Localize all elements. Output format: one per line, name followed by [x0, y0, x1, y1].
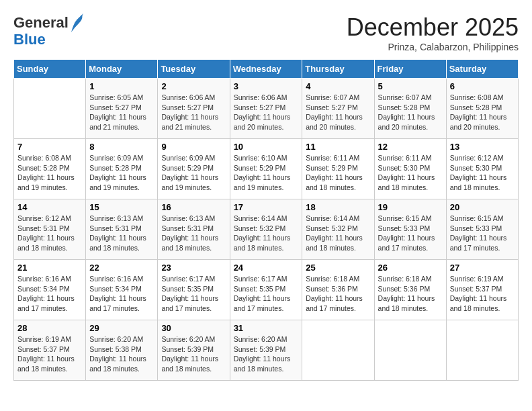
day-number: 14 — [17, 202, 82, 212]
day-info: Sunrise: 6:18 AM Sunset: 5:36 PM Dayligh… — [378, 274, 443, 314]
calendar-cell: 18Sunrise: 6:14 AM Sunset: 5:32 PM Dayli… — [302, 199, 374, 260]
day-number: 21 — [17, 263, 82, 273]
day-number: 22 — [89, 263, 154, 273]
week-row-4: 21Sunrise: 6:16 AM Sunset: 5:34 PM Dayli… — [14, 260, 519, 320]
calendar-cell: 14Sunrise: 6:12 AM Sunset: 5:31 PM Dayli… — [14, 199, 86, 260]
logo-text: General — [13, 15, 69, 30]
column-header-saturday: Saturday — [446, 60, 518, 79]
week-row-2: 7Sunrise: 6:08 AM Sunset: 5:28 PM Daylig… — [14, 139, 519, 199]
calendar-cell: 27Sunrise: 6:19 AM Sunset: 5:37 PM Dayli… — [446, 260, 518, 320]
calendar-cell: 24Sunrise: 6:17 AM Sunset: 5:35 PM Dayli… — [230, 260, 302, 320]
calendar-cell: 17Sunrise: 6:14 AM Sunset: 5:32 PM Dayli… — [230, 199, 302, 260]
calendar-cell: 13Sunrise: 6:12 AM Sunset: 5:30 PM Dayli… — [446, 139, 518, 199]
day-info: Sunrise: 6:12 AM Sunset: 5:31 PM Dayligh… — [17, 214, 82, 253]
week-row-5: 28Sunrise: 6:19 AM Sunset: 5:37 PM Dayli… — [14, 320, 519, 381]
day-info: Sunrise: 6:19 AM Sunset: 5:37 PM Dayligh… — [450, 274, 515, 314]
day-number: 19 — [378, 202, 443, 212]
calendar-cell: 5Sunrise: 6:07 AM Sunset: 5:28 PM Daylig… — [374, 79, 446, 139]
calendar-cell: 1Sunrise: 6:05 AM Sunset: 5:27 PM Daylig… — [86, 79, 158, 139]
day-info: Sunrise: 6:16 AM Sunset: 5:34 PM Dayligh… — [17, 274, 82, 314]
calendar-cell: 7Sunrise: 6:08 AM Sunset: 5:28 PM Daylig… — [14, 139, 86, 199]
day-number: 20 — [450, 202, 515, 212]
calendar-cell: 20Sunrise: 6:15 AM Sunset: 5:33 PM Dayli… — [446, 199, 518, 260]
day-info: Sunrise: 6:14 AM Sunset: 5:32 PM Dayligh… — [234, 214, 299, 253]
day-info: Sunrise: 6:05 AM Sunset: 5:27 PM Dayligh… — [89, 93, 154, 132]
day-info: Sunrise: 6:18 AM Sunset: 5:36 PM Dayligh… — [306, 274, 370, 314]
day-number: 12 — [378, 142, 443, 152]
day-info: Sunrise: 6:15 AM Sunset: 5:33 PM Dayligh… — [450, 214, 515, 253]
logo: General Blue — [13, 13, 83, 47]
calendar-cell: 25Sunrise: 6:18 AM Sunset: 5:36 PM Dayli… — [302, 260, 374, 320]
column-header-sunday: Sunday — [14, 60, 86, 79]
calendar-cell — [446, 320, 518, 381]
day-number: 18 — [306, 202, 370, 212]
day-number: 11 — [306, 142, 370, 152]
day-info: Sunrise: 6:08 AM Sunset: 5:28 PM Dayligh… — [450, 93, 515, 132]
logo-general: General — [13, 14, 69, 31]
day-number: 10 — [234, 142, 299, 152]
day-number: 8 — [89, 142, 154, 152]
day-info: Sunrise: 6:19 AM Sunset: 5:37 PM Dayligh… — [17, 334, 82, 374]
day-number: 2 — [161, 81, 226, 91]
calendar-table: SundayMondayTuesdayWednesdayThursdayFrid… — [13, 59, 519, 381]
calendar-cell: 10Sunrise: 6:10 AM Sunset: 5:29 PM Dayli… — [230, 139, 302, 199]
day-number: 16 — [161, 202, 226, 212]
column-header-tuesday: Tuesday — [158, 60, 230, 79]
day-number: 6 — [450, 81, 515, 91]
day-info: Sunrise: 6:12 AM Sunset: 5:30 PM Dayligh… — [450, 153, 515, 193]
calendar-cell: 23Sunrise: 6:17 AM Sunset: 5:35 PM Dayli… — [158, 260, 230, 320]
calendar-cell: 16Sunrise: 6:13 AM Sunset: 5:31 PM Dayli… — [158, 199, 230, 260]
day-info: Sunrise: 6:17 AM Sunset: 5:35 PM Dayligh… — [161, 274, 226, 314]
calendar-cell: 29Sunrise: 6:20 AM Sunset: 5:38 PM Dayli… — [86, 320, 158, 381]
calendar-cell: 8Sunrise: 6:09 AM Sunset: 5:28 PM Daylig… — [86, 139, 158, 199]
day-info: Sunrise: 6:06 AM Sunset: 5:27 PM Dayligh… — [234, 93, 299, 132]
day-info: Sunrise: 6:09 AM Sunset: 5:29 PM Dayligh… — [161, 153, 226, 193]
logo-bird-icon — [70, 13, 83, 32]
day-number: 5 — [378, 81, 443, 91]
calendar-cell: 31Sunrise: 6:20 AM Sunset: 5:39 PM Dayli… — [230, 320, 302, 381]
calendar-cell: 15Sunrise: 6:13 AM Sunset: 5:31 PM Dayli… — [86, 199, 158, 260]
calendar-cell: 21Sunrise: 6:16 AM Sunset: 5:34 PM Dayli… — [14, 260, 86, 320]
calendar-cell — [302, 320, 374, 381]
location: Prinza, Calabarzon, Philippines — [347, 42, 519, 52]
calendar-cell: 26Sunrise: 6:18 AM Sunset: 5:36 PM Dayli… — [374, 260, 446, 320]
day-info: Sunrise: 6:15 AM Sunset: 5:33 PM Dayligh… — [378, 214, 443, 253]
day-number: 1 — [89, 81, 154, 91]
day-info: Sunrise: 6:07 AM Sunset: 5:27 PM Dayligh… — [306, 93, 370, 132]
day-info: Sunrise: 6:16 AM Sunset: 5:34 PM Dayligh… — [89, 274, 154, 314]
week-row-1: 1Sunrise: 6:05 AM Sunset: 5:27 PM Daylig… — [14, 79, 519, 139]
day-info: Sunrise: 6:11 AM Sunset: 5:30 PM Dayligh… — [378, 153, 443, 193]
calendar-cell: 6Sunrise: 6:08 AM Sunset: 5:28 PM Daylig… — [446, 79, 518, 139]
title-area: December 2025 Prinza, Calabarzon, Philip… — [347, 13, 519, 52]
day-number: 26 — [378, 263, 443, 273]
column-header-friday: Friday — [374, 60, 446, 79]
day-number: 31 — [234, 323, 299, 333]
day-info: Sunrise: 6:14 AM Sunset: 5:32 PM Dayligh… — [306, 214, 370, 253]
month-title: December 2025 — [347, 13, 519, 42]
calendar-cell: 28Sunrise: 6:19 AM Sunset: 5:37 PM Dayli… — [14, 320, 86, 381]
day-info: Sunrise: 6:20 AM Sunset: 5:39 PM Dayligh… — [234, 334, 299, 374]
day-number: 4 — [306, 81, 370, 91]
column-header-wednesday: Wednesday — [230, 60, 302, 79]
calendar-cell: 2Sunrise: 6:06 AM Sunset: 5:27 PM Daylig… — [158, 79, 230, 139]
day-number: 28 — [17, 323, 82, 333]
day-info: Sunrise: 6:13 AM Sunset: 5:31 PM Dayligh… — [89, 214, 154, 253]
header-row: SundayMondayTuesdayWednesdayThursdayFrid… — [14, 60, 519, 79]
day-info: Sunrise: 6:09 AM Sunset: 5:28 PM Dayligh… — [89, 153, 154, 193]
day-number: 29 — [89, 323, 154, 333]
day-info: Sunrise: 6:10 AM Sunset: 5:29 PM Dayligh… — [234, 153, 299, 193]
day-info: Sunrise: 6:06 AM Sunset: 5:27 PM Dayligh… — [161, 93, 226, 132]
calendar-cell — [374, 320, 446, 381]
day-number: 9 — [161, 142, 226, 152]
calendar-cell: 3Sunrise: 6:06 AM Sunset: 5:27 PM Daylig… — [230, 79, 302, 139]
day-number: 30 — [161, 323, 226, 333]
calendar-cell: 11Sunrise: 6:11 AM Sunset: 5:29 PM Dayli… — [302, 139, 374, 199]
day-info: Sunrise: 6:11 AM Sunset: 5:29 PM Dayligh… — [306, 153, 370, 193]
calendar-cell: 22Sunrise: 6:16 AM Sunset: 5:34 PM Dayli… — [86, 260, 158, 320]
day-number: 13 — [450, 142, 515, 152]
column-header-monday: Monday — [86, 60, 158, 79]
day-info: Sunrise: 6:13 AM Sunset: 5:31 PM Dayligh… — [161, 214, 226, 253]
day-info: Sunrise: 6:07 AM Sunset: 5:28 PM Dayligh… — [378, 93, 443, 132]
day-info: Sunrise: 6:17 AM Sunset: 5:35 PM Dayligh… — [234, 274, 299, 314]
day-number: 3 — [234, 81, 299, 91]
